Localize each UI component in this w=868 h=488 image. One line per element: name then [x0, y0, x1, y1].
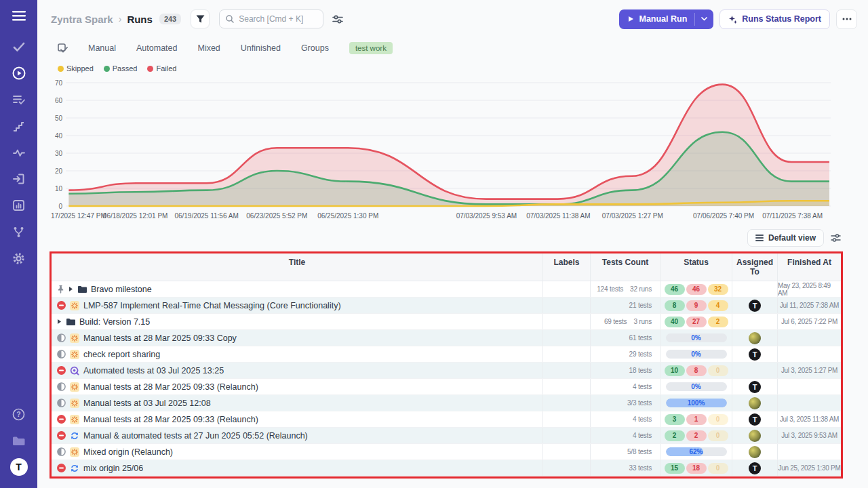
expand-chevron-icon[interactable]: [57, 319, 62, 325]
table-row[interactable]: LMP-587 Implement Real-Time Chat Messagi…: [52, 298, 841, 314]
run-title[interactable]: check report sharing: [83, 350, 160, 359]
status-pills: 40272: [665, 317, 728, 327]
sidebar-item-help[interactable]: ?: [10, 405, 28, 423]
tests-count-cell: 61 tests: [590, 330, 660, 346]
status-cell: 0%: [660, 330, 732, 346]
more-actions-button[interactable]: [836, 9, 857, 29]
runs-status-report-button[interactable]: Runs Status Report: [719, 9, 830, 29]
table-row[interactable]: Bravo milestone124 tests32 runs464632May…: [52, 281, 841, 298]
sparkles-icon: [728, 15, 737, 24]
run-title[interactable]: Manual tests at 03 Jul 2025 12:08: [83, 399, 211, 408]
table-row[interactable]: Manual & automated tests at 27 Jun 2025 …: [52, 428, 841, 444]
assignee-avatar[interactable]: [749, 430, 761, 442]
search-box[interactable]: [219, 9, 323, 28]
sidebar-item-defects[interactable]: [10, 144, 28, 161]
labels-cell: [542, 460, 590, 476]
x-axis-label: 07/11/2025 7:38 AM: [762, 212, 823, 220]
run-title[interactable]: mix origin 25/06: [83, 464, 143, 473]
tests-count: 3/3 tests: [627, 399, 652, 407]
filter-tag-test-work[interactable]: test work: [349, 42, 393, 54]
view-settings-icon[interactable]: [332, 15, 343, 24]
column-header-tests-count[interactable]: Tests Count: [590, 253, 660, 281]
assignee-avatar[interactable]: T: [749, 381, 761, 393]
table-row[interactable]: Manual tests at 28 Mar 2025 09:33 Copy61…: [52, 330, 841, 346]
sidebar-item-test-cases[interactable]: [10, 38, 28, 56]
assignee-avatar[interactable]: T: [749, 462, 761, 474]
run-title[interactable]: Manual tests at 28 Mar 2025 09:33 (Relau…: [83, 382, 258, 392]
run-title[interactable]: Build: Version 7.15: [79, 317, 150, 327]
table-row[interactable]: Automated tests at 03 Jul 2025 13:2518 t…: [52, 363, 841, 379]
assignee-avatar[interactable]: [749, 446, 761, 458]
expand-chevron-icon[interactable]: [68, 286, 73, 292]
in-progress-status-icon: [57, 382, 66, 391]
labels-cell: [542, 298, 590, 313]
table-row[interactable]: Manual tests at 03 Jul 2025 12:083/3 tes…: [52, 395, 841, 411]
assignee-avatar[interactable]: [749, 332, 761, 344]
assigned-to-cell: [732, 281, 777, 297]
default-view-button[interactable]: Default view: [747, 229, 824, 247]
breadcrumb-project[interactable]: Zyntra Spark: [51, 14, 113, 25]
table-row[interactable]: Mixed origin (Relaunch)5/8 tests62%: [52, 444, 841, 460]
x-axis-label: 17/2025 12:47 PM: [51, 212, 106, 220]
manual-origin-icon: [70, 350, 79, 359]
run-title[interactable]: Manual tests at 28 Mar 2025 09:33 Copy: [83, 333, 237, 343]
search-input[interactable]: [239, 14, 313, 24]
tab-mixed[interactable]: Mixed: [197, 43, 220, 53]
progress-label: 100%: [666, 399, 727, 407]
title-cell: Manual tests at 28 Mar 2025 09:33 Copy: [52, 330, 542, 346]
sidebar-item-documents[interactable]: [10, 432, 28, 449]
table-row[interactable]: Manual tests at 28 Mar 2025 09:33 (Relau…: [52, 379, 841, 395]
tab-unfinished[interactable]: Unfinished: [241, 43, 281, 53]
sidebar-item-analytics[interactable]: [10, 197, 28, 214]
sidebar-item-settings[interactable]: [10, 249, 28, 267]
assignee-avatar[interactable]: T: [749, 413, 761, 426]
run-title[interactable]: Manual tests at 28 Mar 2025 09:33 (Relau…: [83, 415, 258, 424]
user-avatar[interactable]: T: [10, 458, 28, 476]
manual-run-button[interactable]: Manual Run: [619, 9, 713, 29]
run-title[interactable]: Bravo milestone: [91, 285, 152, 294]
y-axis-tick-0: 0: [51, 203, 62, 210]
sidebar-item-runs[interactable]: [10, 64, 28, 82]
filter-button[interactable]: [191, 9, 210, 28]
sidebar-item-milestones[interactable]: [10, 117, 28, 135]
column-header-status[interactable]: Status: [660, 253, 732, 281]
all-runs-icon[interactable]: [58, 43, 68, 53]
run-title[interactable]: Automated tests at 03 Jul 2025 13:25: [83, 366, 224, 375]
sidebar-item-requirements[interactable]: [10, 170, 28, 188]
title-cell: Mixed origin (Relaunch): [52, 444, 542, 460]
chart-legend: SkippedPassedFailed: [58, 62, 868, 75]
tab-groups[interactable]: Groups: [301, 43, 329, 53]
menu-icon[interactable]: [12, 11, 26, 24]
tests-count-cell: 18 tests: [590, 363, 660, 378]
tests-count-cell: 21 tests: [590, 298, 660, 313]
column-header-labels[interactable]: Labels: [542, 253, 590, 281]
sidebar-item-test-plans[interactable]: [10, 91, 28, 108]
assignee-avatar[interactable]: T: [749, 348, 761, 361]
sidebar-item-integrations[interactable]: [10, 223, 28, 241]
x-axis-label: 06/23/2025 5:52 PM: [246, 212, 307, 220]
table-row[interactable]: Build: Version 7.1569 tests3 runs40272Ju…: [52, 314, 841, 330]
tab-automated[interactable]: Automated: [136, 43, 177, 53]
finished-at-cell: Jul 3, 2025 9:53 AM: [777, 428, 841, 443]
skipped-count-pill: 0: [708, 365, 728, 376]
manual-run-dropdown[interactable]: [695, 9, 713, 29]
table-row[interactable]: check report sharing29 tests0%T: [52, 346, 841, 363]
assignee-avatar[interactable]: T: [749, 300, 761, 312]
run-title[interactable]: Manual & automated tests at 27 Jun 2025 …: [83, 431, 308, 441]
column-header-finished-at[interactable]: Finished At: [777, 253, 841, 281]
assigned-to-cell: T: [732, 379, 777, 394]
tests-count: 4 tests: [633, 432, 652, 439]
assignee-avatar[interactable]: [749, 397, 761, 409]
run-title[interactable]: LMP-587 Implement Real-Time Chat Messagi…: [83, 301, 341, 310]
table-row[interactable]: mix origin 25/0633 tests15180TJun 25, 20…: [52, 460, 841, 476]
manual-origin-icon: [70, 333, 79, 343]
columns-settings-icon[interactable]: [831, 234, 841, 242]
finished-at-cell: [777, 395, 841, 411]
funnel-icon: [196, 15, 205, 23]
table-row[interactable]: Manual tests at 28 Mar 2025 09:33 (Relau…: [52, 411, 841, 428]
run-title[interactable]: Mixed origin (Relaunch): [83, 447, 173, 457]
failed-count-pill: 1: [686, 414, 707, 425]
tab-manual[interactable]: Manual: [88, 43, 116, 53]
column-header-title[interactable]: Title: [52, 253, 542, 281]
column-header-assigned-to[interactable]: Assigned To: [732, 253, 777, 281]
